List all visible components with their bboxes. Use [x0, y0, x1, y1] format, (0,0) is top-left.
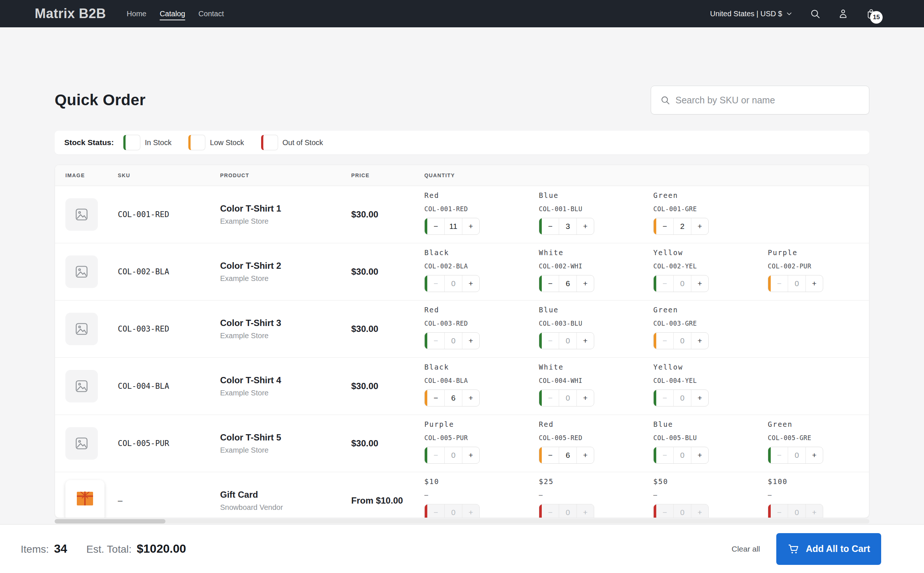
increase-quantity-button[interactable]: + [462, 390, 479, 406]
variant-list: $10 – − 0 + $25 – − 0 + $50 – − 0 + $100… [424, 472, 859, 518]
increase-quantity-button[interactable]: + [576, 447, 594, 463]
quantity-stepper: − 11 + [424, 218, 480, 235]
legend-item-label: Out of Stock [282, 138, 323, 147]
store-logo[interactable]: Matrix B2B [35, 6, 106, 22]
quantity-value[interactable]: 0 [444, 333, 462, 349]
quantity-stepper: − 0 + [653, 504, 709, 518]
items-label: Items: [21, 543, 49, 555]
increase-quantity-button[interactable]: + [805, 447, 823, 463]
increase-quantity-button[interactable]: + [462, 447, 479, 463]
variant-list: Red COL-003-RED − 0 + Blue COL-003-BLU −… [424, 301, 859, 357]
decrease-quantity-button[interactable]: − [542, 504, 559, 518]
increase-quantity-button[interactable]: + [576, 333, 594, 349]
decrease-quantity-button[interactable]: − [656, 276, 673, 292]
quantity-value[interactable]: 0 [444, 504, 462, 518]
decrease-quantity-button[interactable]: − [771, 447, 788, 463]
quantity-value[interactable]: 6 [444, 390, 462, 406]
horizontal-scrollbar-thumb[interactable] [55, 519, 166, 523]
quantity-value[interactable]: 6 [559, 447, 576, 463]
decrease-quantity-button[interactable]: − [656, 504, 673, 518]
nav-link[interactable]: Catalog [160, 9, 185, 18]
increase-quantity-button[interactable]: + [576, 504, 594, 518]
quantity-value[interactable]: 0 [444, 447, 462, 463]
horizontal-scrollbar [55, 519, 869, 523]
variant-sku: COL-005-BLU [653, 434, 768, 441]
quantity-value[interactable]: 11 [444, 218, 462, 235]
decrease-quantity-button[interactable]: − [771, 504, 788, 518]
increase-quantity-button[interactable]: + [576, 218, 594, 235]
increase-quantity-button[interactable]: + [691, 333, 708, 349]
decrease-quantity-button[interactable]: − [656, 447, 673, 463]
column-header-sku: SKU [118, 172, 220, 178]
quantity-stepper: − 6 + [424, 390, 480, 407]
increase-quantity-button[interactable]: + [691, 447, 708, 463]
variant-name: $25 [539, 478, 653, 485]
decrease-quantity-button[interactable]: − [542, 390, 559, 406]
decrease-quantity-button[interactable]: − [542, 447, 559, 463]
decrease-quantity-button[interactable]: − [427, 504, 444, 518]
quantity-value[interactable]: 0 [559, 504, 576, 518]
cart-button[interactable]: 15 [866, 8, 877, 19]
increase-quantity-button[interactable]: + [462, 276, 479, 292]
decrease-quantity-button[interactable]: − [427, 333, 444, 349]
decrease-quantity-button[interactable]: − [656, 390, 673, 406]
quantity-value[interactable]: 2 [673, 218, 691, 235]
increase-quantity-button[interactable]: + [462, 504, 479, 518]
decrease-quantity-button[interactable]: − [427, 276, 444, 292]
increase-quantity-button[interactable]: + [805, 504, 823, 518]
increase-quantity-button[interactable]: + [691, 390, 708, 406]
sku-search-box [651, 86, 869, 114]
variant-column: Purple COL-002-PUR − 0 + [768, 249, 859, 300]
decrease-quantity-button[interactable]: − [542, 218, 559, 235]
nav-link[interactable]: Home [127, 9, 146, 18]
nav-link[interactable]: Contact [198, 9, 224, 18]
search-icon[interactable] [810, 8, 821, 19]
table-row: COL-001-RED Color T-Shirt 1 Example Stor… [55, 186, 869, 243]
quantity-stepper: − 0 + [653, 447, 709, 464]
variant-name: $50 [653, 478, 768, 485]
increase-quantity-button[interactable]: + [462, 218, 479, 235]
chevron-down-icon [786, 10, 792, 17]
decrease-quantity-button[interactable]: − [542, 333, 559, 349]
locale-currency-selector[interactable]: United States | USD $ [710, 9, 792, 18]
stock-indicator [425, 390, 427, 406]
variant-column: Black COL-002-BLA − 0 + [424, 249, 539, 300]
increase-quantity-button[interactable]: + [691, 276, 708, 292]
quantity-value[interactable]: 0 [559, 333, 576, 349]
search-input[interactable] [675, 95, 860, 106]
variant-column: $50 – − 0 + [653, 478, 768, 518]
increase-quantity-button[interactable]: + [691, 504, 708, 518]
increase-quantity-button[interactable]: + [576, 390, 594, 406]
quantity-value[interactable]: 0 [559, 390, 576, 406]
quantity-value[interactable]: 0 [788, 447, 805, 463]
quantity-value[interactable]: 0 [788, 276, 805, 292]
decrease-quantity-button[interactable]: − [427, 390, 444, 406]
variant-column: Blue COL-003-BLU − 0 + [539, 306, 653, 357]
variant-sku: COL-003-BLU [539, 320, 653, 327]
add-all-to-cart-button[interactable]: Add All to Cart [776, 533, 881, 565]
decrease-quantity-button[interactable]: − [771, 276, 788, 292]
decrease-quantity-button[interactable]: − [656, 333, 673, 349]
quantity-value[interactable]: 0 [673, 390, 691, 406]
increase-quantity-button[interactable]: + [691, 218, 708, 235]
quantity-value[interactable]: 0 [673, 333, 691, 349]
increase-quantity-button[interactable]: + [462, 333, 479, 349]
account-icon[interactable] [838, 8, 849, 19]
quantity-value[interactable]: 0 [673, 504, 691, 518]
clear-all-button[interactable]: Clear all [731, 545, 760, 553]
decrease-quantity-button[interactable]: − [427, 218, 444, 235]
increase-quantity-button[interactable]: + [805, 276, 823, 292]
product-sku: COL-005-PUR [118, 439, 220, 448]
decrease-quantity-button[interactable]: − [656, 218, 673, 235]
variant-column: Blue COL-001-BLU − 3 + [539, 191, 653, 243]
quantity-value[interactable]: 6 [559, 276, 576, 292]
variant-list: Red COL-001-RED − 11 + Blue COL-001-BLU … [424, 186, 859, 243]
decrease-quantity-button[interactable]: − [427, 447, 444, 463]
quantity-value[interactable]: 0 [673, 276, 691, 292]
increase-quantity-button[interactable]: + [576, 276, 594, 292]
quantity-value[interactable]: 0 [444, 276, 462, 292]
quantity-value[interactable]: 0 [673, 447, 691, 463]
decrease-quantity-button[interactable]: − [542, 276, 559, 292]
quantity-value[interactable]: 3 [559, 218, 576, 235]
quantity-value[interactable]: 0 [788, 504, 805, 518]
